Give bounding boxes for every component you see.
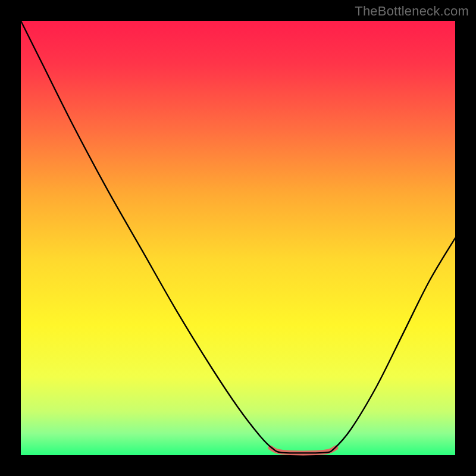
plot-background	[21, 21, 455, 455]
chart-frame: TheBottleneck.com	[0, 0, 476, 476]
bottleneck-chart	[0, 0, 476, 476]
watermark-text: TheBottleneck.com	[355, 4, 469, 19]
